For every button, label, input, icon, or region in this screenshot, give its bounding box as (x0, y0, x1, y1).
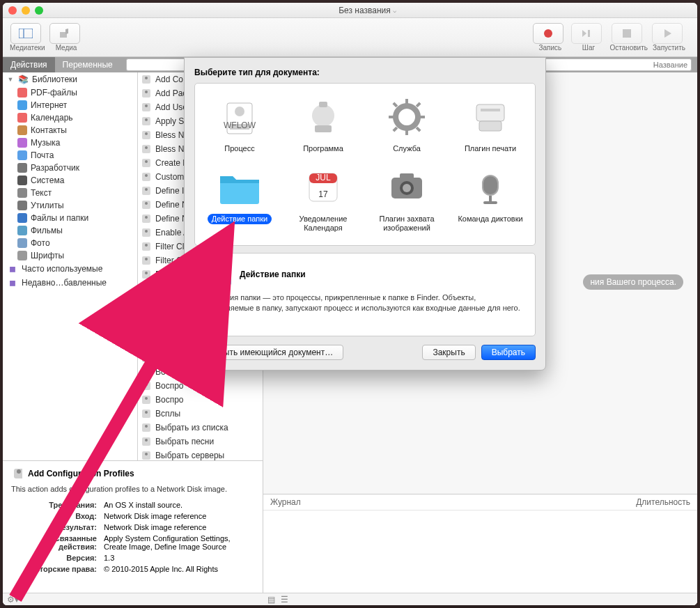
svg-text:WFLOW: WFLOW (224, 120, 256, 130)
svg-rect-78 (416, 102, 421, 107)
sidebar-item[interactable]: Файлы и папки (3, 212, 137, 224)
sidebar-item[interactable]: Контакты (3, 124, 137, 137)
svg-point-45 (145, 341, 148, 344)
action-row[interactable]: Выбрать из списка (138, 421, 263, 435)
template-type[interactable]: Плагин печати (449, 89, 532, 159)
svg-point-51 (145, 383, 148, 386)
gear-icon[interactable]: ⚙︎▾ (7, 595, 19, 605)
frequent-row[interactable]: ◼Часто используемые (3, 262, 137, 276)
template-type[interactable]: JUL17Уведомление Календаря (281, 159, 365, 239)
svg-rect-81 (476, 104, 504, 121)
template-type[interactable]: Команда диктовки (449, 159, 532, 239)
svg-point-61 (145, 453, 148, 455)
svg-rect-77 (392, 102, 398, 107)
sidebar-item[interactable]: Фото (3, 237, 137, 249)
drop-hint: ния Вашего процесса. (583, 274, 683, 290)
svg-rect-74 (405, 130, 408, 135)
sidebar-item[interactable]: Почта (3, 149, 137, 162)
template-chooser-sheet: Выберите тип для документа: WFLOWПроцесс… (184, 57, 546, 371)
svg-rect-0 (19, 29, 33, 38)
template-type[interactable]: Служба (365, 89, 449, 159)
log-panel: ЖурналДлительность (263, 494, 697, 605)
svg-point-7 (145, 77, 148, 79)
action-row[interactable]: Выбрать песни (138, 435, 263, 449)
sidebar-item[interactable]: Разработчик (3, 162, 137, 174)
tab-actions[interactable]: Действия (3, 57, 55, 72)
log-header: ЖурналДлительность (263, 494, 697, 510)
library-toggle-button[interactable] (10, 23, 41, 44)
svg-point-90 (403, 184, 411, 192)
stop-label: Остановить (609, 44, 648, 52)
svg-rect-83 (481, 109, 500, 111)
folder-icon (205, 263, 233, 286)
run-button[interactable] (652, 23, 683, 44)
automator-icon (11, 468, 22, 479)
library-root[interactable]: ▼📚Библиотеки (3, 72, 137, 86)
svg-rect-82 (479, 121, 501, 131)
outline-view-icon[interactable]: ☰ (281, 595, 288, 605)
svg-point-31 (145, 244, 148, 247)
footer-left: ⚙︎▾ (3, 593, 263, 605)
template-type[interactable]: Программа (281, 89, 365, 159)
zoom-window[interactable] (35, 6, 43, 15)
action-row[interactable]: Воспро (138, 379, 263, 393)
svg-point-33 (145, 258, 148, 260)
list-view-icon[interactable]: ▤ (267, 595, 275, 605)
sheet-heading: Выберите тип для документа: (194, 68, 536, 77)
svg-point-59 (145, 439, 148, 442)
desc-body: Действия папки — это процессы, прикрепле… (205, 293, 525, 314)
action-row[interactable]: Всплы (138, 407, 263, 421)
sidebar-item[interactable]: Шрифты (3, 249, 137, 262)
choose-button[interactable]: Выбрать (481, 345, 536, 360)
chevron-down-icon: ⌵ (393, 7, 396, 14)
sidebar-item[interactable]: Интернет (3, 99, 137, 111)
template-type[interactable]: Действие папки (198, 159, 281, 239)
svg-point-49 (145, 369, 148, 372)
svg-rect-71 (319, 102, 327, 107)
tab-variables[interactable]: Переменные (55, 57, 120, 72)
svg-text:JUL: JUL (316, 173, 331, 182)
close-window[interactable] (8, 6, 17, 15)
info-description: This action adds configuration profiles … (11, 485, 254, 493)
titlebar: Без названия⌵ (3, 3, 697, 18)
svg-text:17: 17 (318, 189, 328, 199)
sidebar-item[interactable]: Текст (3, 187, 137, 199)
svg-point-25 (145, 202, 148, 205)
svg-point-65 (17, 469, 21, 474)
svg-rect-72 (315, 125, 332, 132)
media-button[interactable] (49, 23, 80, 44)
svg-rect-93 (483, 176, 497, 194)
library-label: Медиатеки (10, 44, 45, 52)
svg-point-55 (145, 411, 148, 414)
window-title: Без названия⌵ (43, 6, 692, 15)
sidebar-item[interactable]: Система (3, 174, 137, 187)
svg-rect-75 (389, 116, 394, 118)
template-type[interactable]: Плагин захвата изображений (365, 159, 449, 239)
action-info-panel: Add Configuration Profiles This action a… (3, 460, 263, 593)
svg-rect-91 (400, 173, 414, 179)
minimize-window[interactable] (22, 6, 30, 15)
svg-rect-95 (483, 201, 497, 204)
svg-point-70 (312, 104, 334, 127)
sidebar-item[interactable]: PDF-файлы (3, 86, 137, 99)
sidebar-item[interactable]: Календарь (3, 111, 137, 124)
recent-row[interactable]: ◼Недавно…бавленные (3, 276, 137, 290)
sidebar-item[interactable]: Музыка (3, 137, 137, 149)
svg-rect-79 (392, 127, 398, 132)
action-row[interactable]: Воспро (138, 393, 263, 407)
info-title: Add Configuration Profiles (28, 469, 134, 478)
record-button[interactable] (533, 23, 563, 44)
template-type[interactable]: WFLOWПроцесс (198, 89, 281, 159)
stop-button[interactable] (612, 23, 642, 44)
svg-point-39 (145, 299, 148, 302)
template-description: Действие папки Действия папки — это проц… (194, 253, 536, 336)
sidebar-item[interactable]: Утилиты (3, 199, 137, 212)
svg-rect-80 (416, 127, 421, 132)
sidebar-item[interactable]: Фильмы (3, 224, 137, 237)
svg-rect-4 (588, 30, 590, 37)
open-existing-button[interactable]: Открыть имеющийся документ… (194, 345, 343, 360)
close-button[interactable]: Закрыть (422, 345, 475, 360)
svg-point-35 (145, 272, 148, 274)
step-button[interactable] (571, 23, 602, 44)
svg-point-37 (145, 286, 148, 288)
